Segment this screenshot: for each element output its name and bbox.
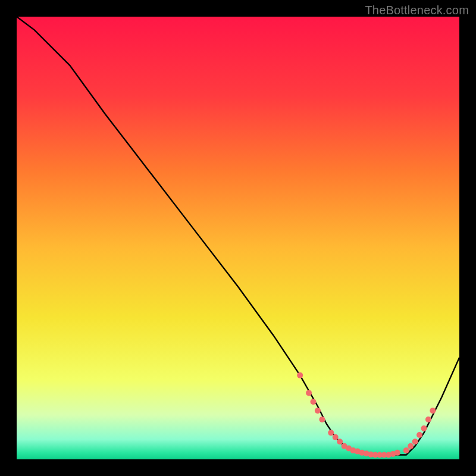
highlight-dot xyxy=(412,439,418,444)
highlight-dot xyxy=(403,447,409,453)
highlight-dot xyxy=(319,416,325,422)
highlight-dot xyxy=(297,372,303,378)
highlight-dot xyxy=(394,450,400,456)
chart-frame: TheBottleneck.com xyxy=(0,0,476,476)
chart-svg xyxy=(17,17,459,459)
highlight-dot xyxy=(337,439,343,444)
highlight-dot xyxy=(328,430,334,436)
plot-area xyxy=(17,17,459,459)
highlight-dot xyxy=(416,432,422,438)
highlight-dot xyxy=(306,390,312,396)
highlight-dot xyxy=(315,408,321,414)
highlight-dot xyxy=(333,434,339,440)
attribution-label: TheBottleneck.com xyxy=(365,4,469,17)
highlight-dot xyxy=(425,416,431,422)
highlight-dot xyxy=(408,443,414,449)
highlight-dot xyxy=(421,425,427,431)
highlight-dot xyxy=(430,408,436,414)
highlight-dot xyxy=(310,399,316,405)
